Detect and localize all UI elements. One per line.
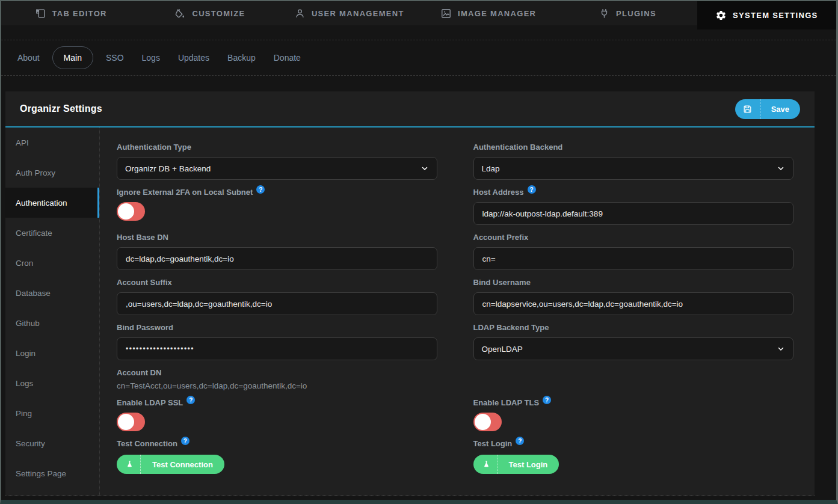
bind-password-label: Bind Password [117,322,437,333]
ldap-backend-type-label: LDAP Backend Type [473,322,794,333]
sidebar-item-authentication[interactable]: Authentication [5,188,99,218]
image-manager-icon [440,8,452,19]
enable-ldap-tls-label: Enable LDAP TLS [473,398,794,408]
test-connection-button-label: Test Connection [141,455,224,474]
test-login-group: Test Login Test Login [473,438,794,474]
host-address-label: Host Address [473,187,794,197]
tab-sso[interactable]: SSO [97,48,133,68]
nav-label: IMAGE MANAGER [458,9,536,18]
nav-item-tab-editor[interactable]: TAB EDITOR [1,1,140,25]
authentication-type-label: Authentication Type [117,142,437,152]
organizr-settings-panel: Organizr Settings Save API Auth Proxy Au… [5,91,815,496]
nav-item-user-management[interactable]: USER MANAGEMENT [280,1,419,25]
sidebar-item-ping[interactable]: Ping [5,398,99,428]
tab-about[interactable]: About [8,48,49,68]
authentication-type-select[interactable]: Organizr DB + Backend [117,157,437,180]
sidebar-item-security[interactable]: Security [5,428,99,458]
enable-ldap-ssl-toggle[interactable] [117,413,145,431]
tab-logs[interactable]: Logs [133,48,169,68]
sidebar-item-logs[interactable]: Logs [5,368,99,398]
help-icon[interactable] [186,396,195,404]
toggle-knob [118,414,134,430]
user-management-icon [294,8,306,19]
toggle-knob [475,414,491,430]
account-dn-label: Account DN [117,367,437,378]
account-suffix-label: Account Suffix [117,277,437,287]
test-login-label: Test Login [473,438,794,449]
page-title: Organizr Settings [20,103,102,114]
help-icon[interactable] [256,185,265,194]
enable-ldap-tls-group: Enable LDAP TLS [473,398,794,431]
selected-value: Ldap [482,164,500,173]
host-base-dn-label: Host Base DN [117,232,437,242]
toggle-knob [118,203,134,220]
nav-label: TAB EDITOR [52,9,107,18]
ignore-2fa-group: Ignore External 2FA on Local Subnet [117,187,437,225]
account-dn-value: cn=TestAcct,ou=users,dc=ldap,dc=goauthen… [117,381,437,390]
help-icon[interactable] [543,396,551,404]
enable-ldap-tls-toggle[interactable] [473,413,502,431]
nav-item-image-manager[interactable]: IMAGE MANAGER [419,1,558,25]
plugins-icon [599,8,610,19]
enable-ldap-ssl-label: Enable LDAP SSL [117,398,437,408]
panel-header: Organizr Settings Save [5,91,815,128]
host-base-dn-input[interactable] [117,247,437,270]
authentication-backend-label: Authentication Backend [473,142,794,152]
help-icon[interactable] [528,185,536,194]
ignore-2fa-label: Ignore External 2FA on Local Subnet [117,187,437,197]
host-base-dn-group: Host Base DN [117,232,437,270]
save-button[interactable]: Save [735,99,800,119]
nav-label: USER MANAGEMENT [312,9,404,18]
sidebar-item-cron[interactable]: Cron [5,248,99,278]
chevron-down-icon [777,164,785,173]
authentication-backend-group: Authentication Backend Ldap [473,142,794,180]
help-icon[interactable] [516,437,524,445]
sidebar-item-github[interactable]: Github [5,308,99,338]
nav-item-plugins[interactable]: PLUGINS [558,1,697,25]
test-login-button-label: Test Login [498,455,559,474]
test-connection-button[interactable]: Test Connection [117,455,224,474]
flask-icon [473,455,498,474]
chevron-down-icon [777,345,785,353]
sidebar-item-login[interactable]: Login [5,338,99,368]
chevron-down-icon [421,164,429,173]
customize-icon [174,8,186,19]
bind-username-label: Bind Username [473,277,794,287]
save-button-label: Save [760,99,800,119]
test-connection-group: Test Connection Test Connection [117,438,437,474]
spacer [473,367,794,398]
tab-donate[interactable]: Donate [265,48,310,68]
host-address-input[interactable] [473,202,794,225]
nav-item-system-settings[interactable]: SYSTEM SETTINGS [697,1,836,29]
organizr-settings-window: TAB EDITOR CUSTOMIZE USER MANAGEMENT IMA… [0,0,838,504]
system-settings-gear-icon [715,10,727,21]
bind-password-input[interactable] [117,337,437,360]
settings-sidebar: API Auth Proxy Authentication Certificat… [5,128,100,495]
sidebar-item-database[interactable]: Database [5,278,99,308]
sidebar-item-api[interactable]: API [5,128,99,158]
ldap-backend-type-group: LDAP Backend Type OpenLDAP [473,322,794,360]
enable-ldap-ssl-group: Enable LDAP SSL [117,398,437,431]
account-prefix-label: Account Prefix [473,232,794,242]
account-prefix-input[interactable] [473,247,794,270]
account-dn-group: Account DN cn=TestAcct,ou=users,dc=ldap,… [117,367,437,390]
authentication-backend-select[interactable]: Ldap [473,157,794,180]
help-icon[interactable] [181,437,189,445]
tab-backup[interactable]: Backup [218,48,265,68]
nav-label: SYSTEM SETTINGS [733,11,818,20]
tab-main[interactable]: Main [52,46,93,69]
ignore-2fa-toggle[interactable] [117,202,145,221]
sidebar-item-certificate[interactable]: Certificate [5,218,99,248]
ldap-backend-type-select[interactable]: OpenLDAP [473,337,794,360]
sidebar-item-auth-proxy[interactable]: Auth Proxy [5,158,99,188]
tab-updates[interactable]: Updates [169,48,218,68]
bind-username-input[interactable] [473,292,794,315]
sidebar-item-settings-page[interactable]: Settings Page [5,458,99,488]
account-suffix-input[interactable] [117,292,437,315]
selected-value: OpenLDAP [482,345,523,354]
settings-tab-bar: About Main SSO Logs Updates Backup Donat… [1,40,836,76]
tab-editor-icon [35,8,46,19]
nav-item-customize[interactable]: CUSTOMIZE [140,1,279,25]
test-login-button[interactable]: Test Login [473,455,559,474]
save-floppy-icon [735,99,760,119]
